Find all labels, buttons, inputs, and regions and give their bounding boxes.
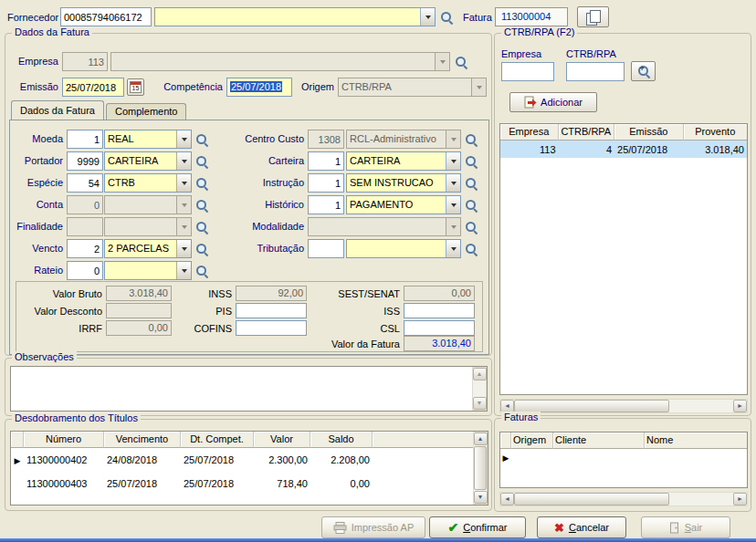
especie-code-input[interactable]	[67, 173, 103, 193]
ctrb-empresa-input[interactable]	[501, 62, 554, 81]
chevron-down-icon[interactable]	[176, 240, 191, 257]
carteira-search-icon[interactable]	[465, 155, 478, 168]
modalidade-search-icon[interactable]	[465, 221, 478, 234]
rateio-label: Rateio	[14, 265, 63, 276]
historico-code-input[interactable]	[308, 195, 344, 214]
faturas-hscrollbar[interactable]: ◄ ►	[499, 492, 748, 506]
column-header[interactable]: Valor	[254, 432, 310, 448]
especie-combo[interactable]: CTRB	[104, 173, 192, 193]
fornecedor-name-combo[interactable]	[154, 7, 436, 26]
fornecedor-search-icon[interactable]	[440, 11, 453, 24]
historico-combo[interactable]: PAGAMENTO	[346, 195, 461, 214]
cofins-input[interactable]	[236, 320, 307, 336]
column-header[interactable]: Saldo	[310, 432, 373, 448]
pis-input[interactable]	[236, 303, 307, 318]
column-header	[500, 433, 511, 449]
chevron-down-icon[interactable]	[176, 174, 191, 192]
column-header[interactable]: Vencimento	[104, 432, 181, 448]
column-header[interactable]: Dt. Compet.	[181, 432, 254, 448]
empresa-search-icon[interactable]	[455, 56, 467, 68]
especie-search-icon[interactable]	[195, 177, 208, 190]
instrucao-code-input[interactable]	[308, 173, 344, 193]
scroll-left-icon[interactable]: ◄	[500, 400, 514, 412]
copy-fatura-button[interactable]	[577, 6, 609, 27]
centro-custo-search-icon[interactable]	[465, 133, 478, 146]
carteira-combo[interactable]: CARTEIRA	[346, 151, 461, 171]
vencto-code-input[interactable]	[67, 239, 103, 258]
tributacao-label: Tributação	[236, 243, 304, 254]
column-header[interactable]: Nome	[645, 433, 747, 449]
valor-bruto-value: 3.018,40	[106, 286, 172, 301]
moeda-search-icon[interactable]	[195, 133, 208, 146]
centro-custo-label: Centro Custo	[236, 133, 304, 144]
chevron-down-icon[interactable]	[176, 130, 191, 148]
observacoes-scrollbar[interactable]: ▲ ▼	[472, 367, 487, 411]
cancelar-button[interactable]: ✖ Cancelar	[537, 516, 626, 538]
titulo-row[interactable]: 11300000403 25/07/2018 25/07/2018 718,40…	[11, 472, 488, 495]
rateio-code-input[interactable]	[67, 261, 103, 280]
instrucao-search-icon[interactable]	[465, 177, 478, 190]
emissao-date-input[interactable]	[62, 78, 124, 97]
cancelar-label: Cancelar	[569, 522, 609, 533]
competencia-date-input[interactable]: 25/07/2018	[226, 78, 292, 97]
tab-complemento[interactable]: Complemento	[106, 103, 186, 120]
scrollbar-thumb[interactable]	[474, 446, 487, 490]
instrucao-combo[interactable]: SEM INSTRUCAO	[346, 173, 461, 193]
column-header[interactable]: Emissão	[614, 124, 683, 141]
fatura-row[interactable]: ▶	[500, 449, 747, 464]
sair-button[interactable]: Sair	[641, 516, 730, 538]
scrollbar-thumb[interactable]	[514, 493, 669, 506]
column-header[interactable]: Provento	[684, 124, 747, 141]
observacoes-textarea[interactable]: ▲ ▼	[10, 366, 488, 412]
portador-combo[interactable]: CARTEIRA	[104, 151, 192, 171]
csl-input[interactable]	[404, 320, 475, 336]
historico-search-icon[interactable]	[465, 199, 478, 212]
chevron-down-icon[interactable]	[446, 196, 460, 214]
finalidade-search-icon[interactable]	[195, 221, 208, 234]
calendar-button[interactable]: 15	[127, 78, 144, 96]
titulo-row[interactable]: ▶ 11300000402 24/08/2018 25/07/2018 2.30…	[11, 448, 488, 472]
chevron-down-icon[interactable]	[176, 152, 191, 170]
scroll-down-icon[interactable]: ▼	[474, 491, 488, 504]
chevron-down-icon[interactable]	[446, 152, 460, 170]
scroll-down-icon[interactable]: ▼	[473, 397, 487, 410]
moeda-combo[interactable]: REAL	[104, 130, 192, 149]
ctrb-row[interactable]: 113 4 25/07/2018 3.018,40	[500, 141, 747, 158]
adicionar-button[interactable]: Adicionar	[509, 92, 597, 112]
tributacao-code-input[interactable]	[308, 239, 344, 258]
vencto-search-icon[interactable]	[195, 243, 208, 255]
chevron-down-icon[interactable]	[446, 174, 460, 192]
scroll-right-icon[interactable]: ►	[733, 493, 747, 506]
conta-search-icon[interactable]	[195, 199, 208, 212]
impressao-ap-button[interactable]: Impressão AP	[321, 516, 425, 538]
chevron-down-icon[interactable]	[446, 240, 460, 257]
iss-input[interactable]	[404, 303, 475, 318]
scroll-left-icon[interactable]: ◄	[500, 493, 514, 506]
portador-code-input[interactable]	[67, 151, 103, 171]
titulos-scrollbar[interactable]: ▲ ▼	[473, 432, 488, 505]
moeda-code-input[interactable]	[67, 130, 103, 149]
tab-dados-da-fatura[interactable]: Dados da Fatura	[11, 100, 104, 120]
tributacao-combo[interactable]	[346, 239, 461, 258]
tributacao-search-icon[interactable]	[465, 243, 478, 255]
vencto-combo[interactable]: 2 PARCELAS	[104, 239, 192, 258]
fornecedor-code-input[interactable]	[60, 7, 152, 26]
column-header[interactable]: Origem	[511, 433, 553, 449]
rateio-combo[interactable]	[104, 261, 192, 280]
chevron-down-icon[interactable]	[420, 8, 435, 26]
carteira-code-input[interactable]	[308, 151, 344, 171]
confirmar-button[interactable]: ✔ Confirmar	[429, 516, 526, 538]
scroll-right-icon[interactable]: ►	[733, 400, 747, 412]
scroll-up-icon[interactable]: ▲	[473, 368, 487, 380]
column-header[interactable]: CTRB/RPA	[559, 124, 615, 141]
column-header[interactable]: Empresa	[500, 124, 559, 141]
scrollbar-thumb[interactable]	[514, 400, 669, 412]
scroll-up-icon[interactable]: ▲	[474, 433, 488, 445]
ctrb-search-button[interactable]: +	[631, 61, 656, 81]
rateio-search-icon[interactable]	[195, 265, 208, 277]
ctrb-rpa-input[interactable]	[566, 62, 625, 81]
column-header[interactable]: Cliente	[553, 433, 645, 449]
column-header[interactable]: Número	[24, 432, 104, 448]
chevron-down-icon[interactable]	[176, 262, 191, 279]
portador-search-icon[interactable]	[195, 155, 208, 168]
